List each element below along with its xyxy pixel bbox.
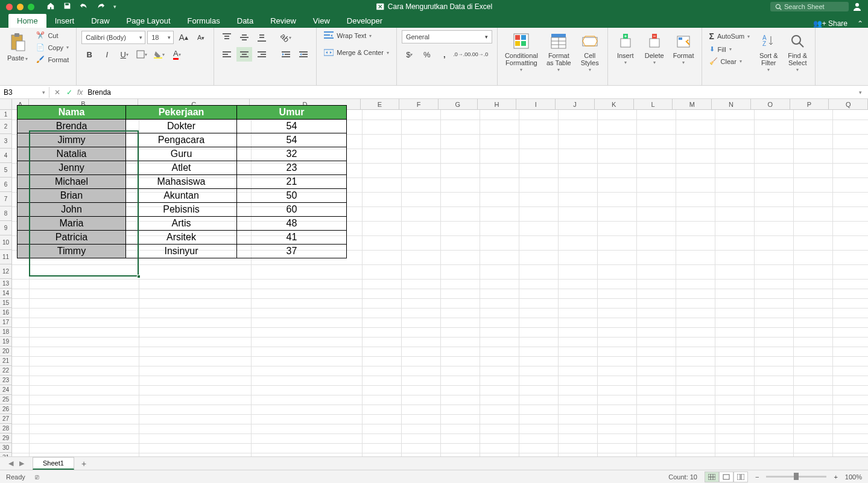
page-break-view-button[interactable]: [733, 472, 748, 482]
align-right-button[interactable]: [254, 47, 270, 62]
row-header-1[interactable]: 1: [0, 110, 12, 120]
font-size-select[interactable]: 18: [147, 31, 174, 44]
col-header-M[interactable]: M: [673, 99, 712, 109]
cell-pekerjaan[interactable]: Insinyur: [126, 245, 237, 258]
add-sheet-button[interactable]: +: [74, 457, 93, 470]
sort-filter-button[interactable]: AZSort & Filter: [756, 30, 781, 75]
select-all-corner[interactable]: [0, 99, 12, 109]
accept-formula-icon[interactable]: ✓: [66, 88, 72, 97]
cell-pekerjaan[interactable]: Dokter: [126, 120, 237, 133]
row-header-13[interactable]: 13: [0, 279, 12, 289]
currency-button[interactable]: $: [402, 47, 417, 62]
cut-button[interactable]: ✂️Cut: [34, 30, 71, 40]
cell-umur[interactable]: 48: [237, 217, 347, 231]
col-header-F[interactable]: F: [399, 99, 439, 109]
col-header-E[interactable]: E: [361, 99, 400, 109]
cell-nama[interactable]: Brian: [17, 189, 126, 203]
insert-cells-button[interactable]: Insert: [613, 30, 638, 68]
comma-button[interactable]: ,: [437, 47, 452, 62]
minimize-window[interactable]: [17, 4, 24, 10]
cell-umur[interactable]: 32: [237, 147, 347, 161]
align-center-button[interactable]: [236, 47, 252, 62]
row-header-24[interactable]: 24: [0, 385, 12, 395]
cell-umur[interactable]: 60: [237, 203, 347, 217]
number-format-select[interactable]: General▾: [402, 30, 492, 43]
close-window[interactable]: [6, 4, 13, 10]
merge-center-button[interactable]: Merge & Center: [322, 47, 391, 58]
cell-pekerjaan[interactable]: Pengacara: [126, 133, 237, 147]
prev-sheet-button[interactable]: ◀: [8, 459, 13, 467]
tab-home[interactable]: Home: [8, 14, 46, 28]
table-header[interactable]: Pekerjaan: [126, 106, 237, 120]
macro-record-icon[interactable]: ⎚: [35, 473, 39, 481]
row-header-19[interactable]: 19: [0, 337, 12, 347]
col-header-G[interactable]: G: [439, 99, 478, 109]
cell-umur[interactable]: 21: [237, 175, 347, 189]
cell-pekerjaan[interactable]: Arsitek: [126, 231, 237, 245]
copy-button[interactable]: 📄Copy: [34, 42, 71, 53]
paste-button[interactable]: Paste: [5, 30, 30, 65]
row-header-7[interactable]: 7: [0, 192, 12, 206]
collapse-ribbon[interactable]: ⌃: [857, 19, 863, 28]
percent-button[interactable]: %: [419, 47, 435, 62]
col-header-P[interactable]: P: [790, 99, 829, 109]
row-header-4[interactable]: 4: [0, 149, 12, 163]
fill-button[interactable]: ⬇Fill: [707, 44, 753, 54]
row-header-12[interactable]: 12: [0, 264, 12, 279]
cell-nama[interactable]: Jimmy: [17, 133, 126, 147]
spreadsheet-grid[interactable]: ABCDEFGHIJKLMNOPQ 1234567891011121314151…: [0, 99, 868, 461]
find-select-button[interactable]: Find & Select: [785, 30, 810, 75]
tab-formulas[interactable]: Formulas: [179, 14, 229, 28]
col-header-O[interactable]: O: [751, 99, 790, 109]
row-header-28[interactable]: 28: [0, 424, 12, 433]
format-as-table-button[interactable]: Format as Table: [544, 30, 574, 75]
cell-pekerjaan[interactable]: Akuntan: [126, 189, 237, 203]
row-header-20[interactable]: 20: [0, 347, 12, 356]
next-sheet-button[interactable]: ▶: [19, 459, 24, 467]
row-header-2[interactable]: 2: [0, 120, 12, 134]
name-box[interactable]: B3▾: [0, 87, 49, 98]
cell-styles-button[interactable]: Cell Styles: [577, 30, 603, 75]
row-header-9[interactable]: 9: [0, 221, 12, 235]
tab-draw[interactable]: Draw: [83, 14, 118, 28]
zoom-slider[interactable]: [766, 476, 826, 478]
cell-pekerjaan[interactable]: Mahasiswa: [126, 175, 237, 189]
row-header-8[interactable]: 8: [0, 206, 12, 221]
fill-handle[interactable]: [137, 275, 141, 278]
cell-nama[interactable]: Maria: [17, 217, 126, 231]
cancel-formula-icon[interactable]: ✕: [54, 88, 60, 97]
tab-data[interactable]: Data: [229, 14, 262, 28]
tab-review[interactable]: Review: [262, 14, 305, 28]
cell-umur[interactable]: 54: [237, 120, 347, 133]
increase-indent-button[interactable]: [296, 47, 311, 62]
redo-icon[interactable]: [97, 2, 105, 12]
wrap-text-button[interactable]: Wrap Text: [322, 30, 391, 41]
row-header-30[interactable]: 30: [0, 443, 12, 453]
undo-icon[interactable]: [80, 2, 88, 12]
cell-nama[interactable]: Michael: [17, 175, 126, 189]
align-left-button[interactable]: [219, 47, 235, 62]
col-header-Q[interactable]: Q: [829, 99, 868, 109]
row-header-15[interactable]: 15: [0, 298, 12, 308]
cell-umur[interactable]: 23: [237, 161, 347, 175]
cell-pekerjaan[interactable]: Guru: [126, 147, 237, 161]
autosum-button[interactable]: ΣAutoSum: [707, 30, 753, 42]
zoom-in-button[interactable]: +: [834, 473, 837, 481]
row-header-16[interactable]: 16: [0, 308, 12, 318]
cell-pekerjaan[interactable]: Pebisnis: [126, 203, 237, 217]
row-header-17[interactable]: 17: [0, 318, 12, 327]
cell-nama[interactable]: John: [17, 203, 126, 217]
zoom-out-button[interactable]: −: [755, 473, 759, 481]
cell-umur[interactable]: 41: [237, 231, 347, 245]
table-header[interactable]: Umur: [237, 106, 347, 120]
cell-nama[interactable]: Natalia: [17, 147, 126, 161]
tab-developer[interactable]: Developer: [338, 14, 391, 28]
row-header-10[interactable]: 10: [0, 235, 12, 250]
row-header-18[interactable]: 18: [0, 327, 12, 337]
formula-input[interactable]: Brenda: [87, 88, 111, 97]
clear-button[interactable]: 🧹Clear: [707, 56, 753, 66]
zoom-level[interactable]: 100%: [845, 473, 862, 481]
row-header-25[interactable]: 25: [0, 395, 12, 405]
col-header-H[interactable]: H: [478, 99, 517, 109]
table-header[interactable]: Nama: [17, 106, 126, 120]
